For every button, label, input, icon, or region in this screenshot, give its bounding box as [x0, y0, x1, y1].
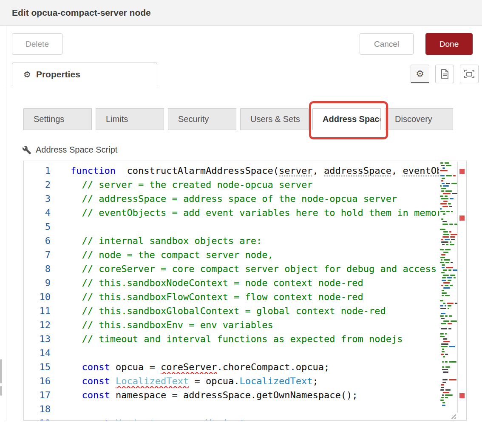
line-number: 16	[24, 374, 71, 388]
code-text: // addressSpace = address space of the n…	[71, 192, 439, 206]
code-line[interactable]: 11 // this.sandboxGlobalContext = global…	[24, 304, 439, 318]
page-scrollbar-fragment[interactable]	[0, 386, 2, 396]
code-text: // this.sandboxFlowContext = flow contex…	[71, 290, 439, 304]
appearance-icon-button[interactable]	[460, 65, 479, 83]
code-text: const opcua = coreServer.choreCompact.op…	[71, 360, 439, 374]
code-text: const namespace = addressSpace.getOwnNam…	[71, 388, 439, 402]
line-number: 9	[24, 276, 71, 290]
line-number: 5	[24, 220, 71, 234]
code-line[interactable]: 13 // timeout and interval functions as …	[24, 332, 439, 346]
code-line[interactable]: 1function constructAlarmAddressSpace(ser…	[24, 164, 439, 178]
properties-tab-label: Properties	[36, 69, 80, 79]
tab-security[interactable]: Security	[168, 108, 236, 130]
code-line[interactable]: 19 const Variant = opcua.Variant;	[24, 416, 439, 421]
description-icon-button[interactable]	[435, 65, 454, 83]
line-number: 11	[24, 304, 71, 318]
line-number: 7	[24, 248, 71, 262]
code-text	[71, 402, 439, 416]
code-text: // eventObjects = add event variables he…	[71, 206, 439, 220]
code-line[interactable]: 8 // coreServer = core compact server ob…	[24, 262, 439, 276]
line-number: 3	[24, 192, 71, 206]
section-label: Address Space Script	[22, 145, 117, 155]
line-number: 2	[24, 178, 71, 192]
line-number: 6	[24, 234, 71, 248]
code-line[interactable]: 15 const opcua = coreServer.choreCompact…	[24, 360, 439, 374]
code-line[interactable]: 3 // addressSpace = address space of the…	[24, 192, 439, 206]
code-line[interactable]: 10 // this.sandboxFlowContext = flow con…	[24, 290, 439, 304]
code-line[interactable]: 6 // internal sandbox objects are:	[24, 234, 439, 248]
minimap[interactable]	[439, 162, 458, 413]
code-text: // node = the compact server node,	[71, 248, 439, 262]
code-text: function constructAlarmAddressSpace(serv…	[71, 164, 439, 178]
line-number: 17	[24, 388, 71, 402]
code-text: // timeout and interval functions as exp…	[71, 332, 439, 346]
code-text: // this.sandboxNodeContext = node contex…	[71, 276, 439, 290]
tab-settings[interactable]: Settings	[23, 108, 92, 130]
code-text: // internal sandbox objects are:	[71, 234, 439, 248]
tray-edge-divider	[6, 26, 6, 421]
code-line[interactable]: 12 // this.sandboxEnv = env variables	[24, 318, 439, 332]
section-title: Address Space Script	[36, 145, 117, 155]
tab-discovery[interactable]: Discovery	[385, 108, 453, 130]
code-text: // server = the created node-opcua serve…	[71, 178, 439, 192]
done-button[interactable]: Done	[425, 33, 473, 55]
document-icon	[440, 69, 449, 79]
line-number: 18	[24, 402, 71, 416]
editor-lines: 1function constructAlarmAddressSpace(ser…	[24, 164, 439, 421]
tab-address-space[interactable]: Address Space	[312, 108, 381, 130]
code-text: // coreServer = core compact server obje…	[71, 262, 439, 276]
code-text	[71, 346, 439, 360]
node-appearance-icon	[464, 69, 475, 79]
error-marker	[459, 393, 465, 398]
page-scrollbar-fragment[interactable]	[0, 359, 2, 383]
error-marker	[459, 169, 465, 174]
line-number: 19	[24, 416, 71, 421]
code-text: // this.sandboxEnv = env variables	[71, 318, 439, 332]
line-number: 4	[24, 206, 71, 220]
code-line[interactable]: 5	[24, 220, 439, 234]
code-text	[71, 220, 439, 234]
node-properties-icon-button[interactable]: ⚙	[411, 65, 429, 83]
delete-button[interactable]: Delete	[12, 33, 62, 55]
line-number: 10	[24, 290, 71, 304]
line-number: 14	[24, 346, 71, 360]
code-line[interactable]: 2 // server = the created node-opcua ser…	[24, 178, 439, 192]
gear-icon: ⚙	[23, 69, 31, 79]
edit-node-dialog: Edit opcua-compact-server node Delete Ca…	[0, 0, 482, 448]
code-text: const LocalizedText = opcua.LocalizedTex…	[71, 374, 439, 388]
dialog-header: Edit opcua-compact-server node	[0, 0, 482, 26]
tab-limits[interactable]: Limits	[96, 108, 164, 130]
code-line[interactable]: 16 const LocalizedText = opcua.Localized…	[24, 374, 439, 388]
resize-grip[interactable]	[450, 412, 456, 419]
tab-properties[interactable]: ⚙ Properties	[12, 62, 157, 86]
error-marker	[459, 215, 465, 221]
wrench-icon	[22, 145, 31, 155]
code-text: // this.sandboxGlobalContext = global co…	[71, 304, 439, 318]
cancel-button[interactable]: Cancel	[360, 33, 414, 55]
code-line[interactable]: 9 // this.sandboxNodeContext = node cont…	[24, 276, 439, 290]
tab-bar: SettingsLimitsSecurityUsers & SetsAddres…	[23, 108, 457, 130]
line-number: 8	[24, 262, 71, 276]
line-number: 1	[24, 164, 71, 178]
line-number: 15	[24, 360, 71, 374]
line-number: 12	[24, 318, 71, 332]
code-text: const Variant = opcua.Variant;	[71, 416, 439, 421]
code-line[interactable]: 4 // eventObjects = add event variables …	[24, 206, 439, 220]
overview-ruler	[458, 161, 466, 420]
code-line[interactable]: 14	[24, 346, 439, 360]
code-line[interactable]: 18	[24, 402, 439, 416]
code-line[interactable]: 7 // node = the compact server node,	[24, 248, 439, 262]
gear-icon: ⚙	[416, 68, 424, 79]
line-number: 13	[24, 332, 71, 346]
tab-users-sets[interactable]: Users & Sets	[240, 108, 309, 130]
dialog-title: Edit opcua-compact-server node	[12, 8, 151, 18]
address-space-script-editor[interactable]: 1function constructAlarmAddressSpace(ser…	[23, 161, 467, 421]
code-line[interactable]: 17 const namespace = addressSpace.getOwn…	[24, 388, 439, 402]
